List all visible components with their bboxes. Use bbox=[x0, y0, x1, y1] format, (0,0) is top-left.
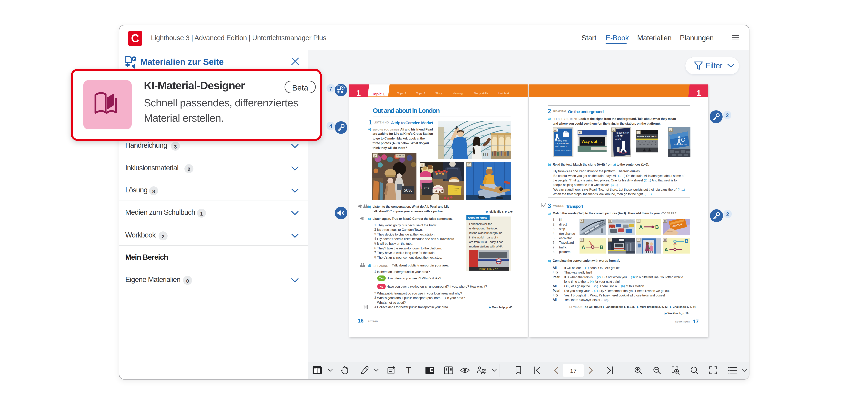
svg-text:C: C bbox=[638, 220, 639, 222]
svg-text:Companion seat: Companion seat bbox=[674, 144, 687, 146]
svg-text:A: A bbox=[664, 247, 668, 253]
svg-text:F: F bbox=[610, 239, 611, 241]
svg-text:Please keep: Please keep bbox=[615, 131, 629, 134]
svg-text:D: D bbox=[638, 131, 640, 134]
svg-text:Priority area: Priority area bbox=[555, 139, 567, 142]
svg-text:seats: seats bbox=[615, 137, 621, 141]
svg-text:B: B bbox=[685, 238, 688, 244]
svg-text:WAS £9: WAS £9 bbox=[397, 154, 404, 157]
svg-text:H: H bbox=[664, 239, 666, 241]
svg-text:£2.50: £2.50 bbox=[424, 187, 430, 190]
svg-text:A: A bbox=[582, 244, 585, 250]
svg-text:B: B bbox=[579, 131, 581, 134]
svg-text:and luggage: and luggage bbox=[555, 145, 567, 147]
svg-text:Please secure brakes: Please secure brakes bbox=[555, 150, 570, 151]
svg-text:feet off: feet off bbox=[615, 134, 623, 137]
svg-text:MIND THE GAP: MIND THE GAP bbox=[479, 268, 498, 270]
svg-text:E: E bbox=[670, 128, 672, 131]
svg-text:MIND THE GAP: MIND THE GAP bbox=[637, 135, 656, 138]
svg-text:B: B bbox=[655, 224, 659, 230]
svg-text:C: C bbox=[468, 163, 470, 166]
svg-text:E: E bbox=[581, 239, 582, 241]
svg-text:B: B bbox=[609, 220, 611, 222]
svg-text:B: B bbox=[600, 244, 603, 250]
svg-text:B: B bbox=[421, 163, 423, 166]
svg-text:A: A bbox=[581, 220, 583, 222]
svg-text:D: D bbox=[664, 220, 666, 222]
svg-text:G: G bbox=[638, 239, 640, 241]
svg-text:50%: 50% bbox=[404, 188, 412, 193]
svg-text:Way out →: Way out → bbox=[582, 139, 602, 144]
svg-text:C: C bbox=[613, 128, 615, 131]
svg-text:A: A bbox=[639, 224, 643, 230]
svg-text:A: A bbox=[374, 154, 376, 157]
svg-text:for pushchairs: for pushchairs bbox=[555, 142, 569, 145]
svg-text:A: A bbox=[554, 129, 556, 131]
